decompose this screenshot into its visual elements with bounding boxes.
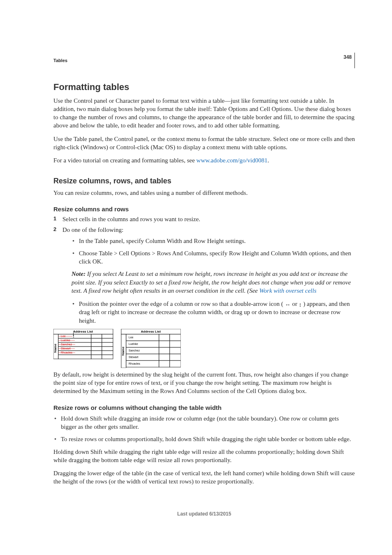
- fig-right-row-3: Stewart: [129, 356, 138, 358]
- svg-rect-18: [91, 355, 102, 359]
- fig-right-row-1: Luebke: [129, 342, 138, 345]
- intro-p3-pre: For a video tutorial on creating and for…: [53, 157, 196, 164]
- bullet-cell-options: Choose Table > Cell Options > Rows And C…: [71, 249, 355, 266]
- note-block: Note: If you select At Least to set a mi…: [71, 270, 355, 295]
- fig-left-row-1: Luebke: [61, 339, 70, 342]
- intro-paragraph-1: Use the Control panel or Character panel…: [53, 97, 355, 130]
- svg-rect-19: [102, 355, 113, 359]
- fig-right-row-0: Lee: [129, 336, 134, 339]
- fig-left-side-label: Name: [53, 343, 57, 352]
- address-list-figure: Address List Name: [53, 329, 355, 368]
- fig-right-row-4: Rhoades: [129, 362, 141, 365]
- svg-rect-15: [91, 351, 102, 355]
- page-number-container: 348: [344, 53, 355, 68]
- bullet-table-panel: In the Table panel, specify Column Width…: [71, 237, 355, 245]
- intro-p3-post: .: [267, 157, 269, 164]
- step-1-number: 1: [53, 215, 56, 222]
- b3-pre: Position the pointer over the edge of a …: [79, 301, 285, 307]
- b3-mid: or: [291, 301, 299, 307]
- fig-left-row-2: Sanchez: [61, 343, 72, 346]
- svg-rect-37: [170, 347, 181, 354]
- svg-rect-36: [159, 347, 170, 354]
- step-1: 1 Select cells in the columns and rows y…: [53, 215, 355, 223]
- page-number: 348: [344, 54, 352, 60]
- bullet-shift-inside: Hold down Shift while dragging an inside…: [53, 414, 355, 431]
- subheading-resize-without-width: Resize rows or columns without changing …: [53, 404, 355, 412]
- svg-rect-16: [102, 351, 113, 355]
- subheading-resize: Resize columns, rows, and tables: [53, 176, 355, 186]
- bullet-drag-edge: Position the pointer over the edge of a …: [71, 300, 355, 325]
- svg-rect-10: [102, 342, 113, 347]
- svg-rect-4: [102, 334, 113, 338]
- fig-right-title: Address List: [141, 330, 161, 333]
- overset-cells-link[interactable]: Work with overset cells: [259, 287, 316, 294]
- fig-left-title: Address List: [73, 330, 93, 333]
- intro-paragraph-2: Use the Table panel, the Control panel, …: [53, 135, 355, 152]
- bullet-shift-proportional: To resize rows or columns proportionally…: [53, 435, 355, 443]
- intro-paragraph-3: For a video tutorial on creating and for…: [53, 156, 355, 164]
- subheading-resize-cols-rows: Resize columns and rows: [53, 205, 355, 213]
- svg-rect-6: [91, 338, 102, 342]
- svg-rect-33: [159, 341, 170, 347]
- tail-paragraph-1: Holding down Shift while dragging the ri…: [53, 448, 355, 465]
- resize-intro: You can resize columns, rows, and tables…: [53, 189, 355, 197]
- fig-left-row-4: Rhoades: [61, 351, 73, 354]
- step-2-number: 2: [53, 226, 56, 233]
- svg-rect-34: [170, 341, 181, 347]
- section-label: Tables: [53, 58, 355, 64]
- svg-rect-9: [91, 342, 102, 347]
- svg-rect-43: [170, 361, 181, 367]
- footer-last-updated: Last updated 6/13/2015: [53, 511, 355, 517]
- svg-rect-31: [170, 334, 181, 341]
- fig-left-row-3: Stewart: [61, 347, 71, 350]
- svg-rect-42: [159, 361, 170, 367]
- svg-rect-17: [58, 355, 91, 359]
- step-1-text: Select cells in the columns and rows you…: [62, 216, 200, 222]
- tail-paragraph-2: Dragging the lower edge of the table (in…: [53, 469, 355, 486]
- fig-left-row-0: Lee: [61, 335, 66, 338]
- video-link[interactable]: www.adobe.com/go/vid0081: [196, 157, 267, 164]
- svg-rect-39: [159, 354, 170, 361]
- svg-rect-7: [102, 338, 113, 342]
- step-2-text: Do one of the following:: [62, 227, 123, 233]
- note-label: Note:: [71, 271, 87, 277]
- svg-text:↕: ↕: [72, 333, 75, 338]
- horizontal-resize-icon: ↔: [285, 302, 291, 308]
- after-figure-paragraph: By default, row height is determined by …: [53, 370, 355, 395]
- svg-rect-30: [159, 334, 170, 341]
- svg-rect-40: [170, 354, 181, 361]
- page-title: Formatting tables: [53, 81, 355, 93]
- svg-rect-13: [102, 347, 113, 351]
- svg-rect-3: [91, 334, 102, 338]
- fig-right-side-label: Name: [121, 346, 125, 355]
- fig-right-row-2: Sanchez: [129, 349, 140, 352]
- step-2: 2 Do one of the following: In the Table …: [53, 226, 355, 325]
- svg-rect-12: [91, 347, 102, 351]
